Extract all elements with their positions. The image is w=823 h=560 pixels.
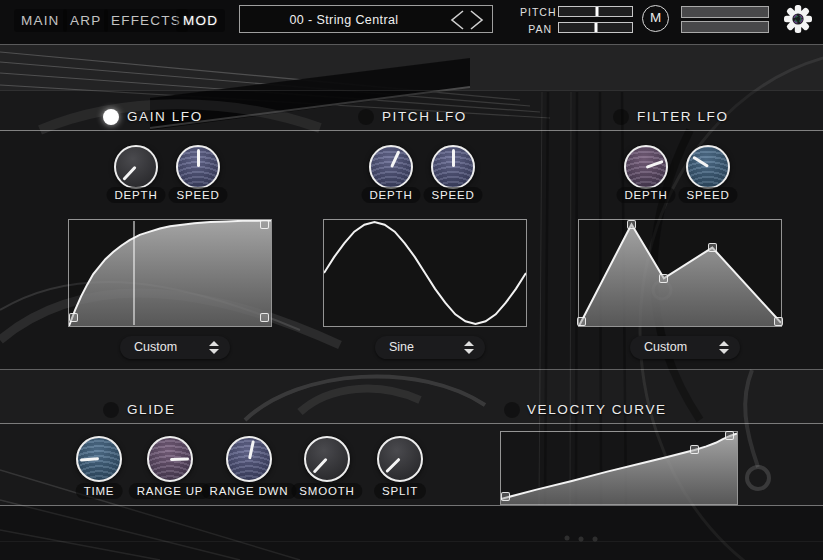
gear-icon[interactable] [782,3,814,35]
filter-lfo-curve-handle-1[interactable] [627,220,636,229]
pitch-lfo-wave-display[interactable] [323,219,527,327]
glide-range-dwn-knob[interactable] [226,436,272,482]
filter-lfo-curve-handle-0[interactable] [577,317,586,326]
velocity-curve-handle-0[interactable] [501,492,510,501]
gain-lfo-label: GAIN LFO [127,107,203,127]
gain-lfo-speed-knob-label: SPEED [169,187,228,203]
filter-lfo-depth-knob-label: DEPTH [617,187,676,203]
m-button[interactable]: M [642,5,669,32]
velocity-label: VELOCITY CURVE [527,400,667,420]
glide-range-up-knob-label: RANGE UP [129,483,211,499]
glide-time-knob-pointer [76,436,122,482]
velocity-curve-handle-1[interactable] [690,445,699,454]
gain-lfo-wave-display[interactable] [68,219,272,327]
pitch-lfo-speed-knob-pointer [433,147,473,187]
velocity-led[interactable] [504,402,520,418]
up-down-arrows-icon[interactable] [464,341,474,354]
gain-lfo-speed-knob-pointer [178,147,218,187]
glide-split-knob[interactable] [377,436,423,482]
pitch-label: PITCH [520,6,552,18]
filter-lfo-curve-handle-3[interactable] [708,243,717,252]
meter-bottom [681,21,769,33]
gain-lfo-curve-handle-2[interactable] [260,313,269,322]
filter-lfo-panel: FILTER LFODEPTHSPEEDCustom [578,90,782,370]
gain-lfo-playhead[interactable] [133,221,135,325]
gain-lfo-shape-dropdown-value: Custom [134,336,177,359]
glide-time-knob[interactable] [76,436,122,482]
gain-lfo-curve-handle-1[interactable] [260,220,269,229]
pitch-lfo-panel: PITCH LFODEPTHSPEEDSine [323,90,527,370]
glide-led[interactable] [103,402,119,418]
filter-lfo-speed-knob[interactable] [686,145,730,189]
filter-lfo-shape-dropdown-value: Custom [644,336,687,359]
tab-main[interactable]: MAIN [14,9,67,32]
glide-smooth-knob-pointer [297,429,356,488]
glide-label: GLIDE [127,400,176,420]
gain-lfo-speed-knob[interactable] [176,145,220,189]
glide-range-up-knob[interactable] [147,436,193,482]
gain-lfo-shape-dropdown[interactable]: Custom [120,336,230,359]
filter-lfo-shape-dropdown[interactable]: Custom [630,336,740,359]
glide-smooth-knob-label: SMOOTH [291,483,362,499]
filter-lfo-depth-knob-pointer [620,141,671,192]
pan-slider-marker[interactable] [595,23,598,32]
pitch-lfo-depth-knob-pointer [364,140,417,193]
gain-lfo-led[interactable] [103,109,119,125]
pitch-slider-marker[interactable] [595,7,598,16]
preset-name: 00 - String Central [240,6,448,34]
filter-lfo-led[interactable] [613,109,629,125]
filter-lfo-label: FILTER LFO [637,107,729,127]
filter-lfo-curve-handle-4[interactable] [774,317,783,326]
gain-lfo-panel: GAIN LFODEPTHSPEEDCustom [68,90,272,370]
glide-split-knob-label: SPLIT [374,483,426,499]
glide-range-dwn-knob-pointer [224,434,274,484]
filter-lfo-depth-knob[interactable] [624,145,668,189]
preset-selector[interactable]: 00 - String Central [239,5,493,33]
glide-split-knob-pointer [370,429,429,488]
velocity-curve-handle-2[interactable] [725,431,734,440]
pitch-lfo-led[interactable] [358,109,374,125]
pitch-lfo-speed-knob-label: SPEED [424,187,483,203]
glide-time-knob-label: TIME [76,483,123,499]
pitch-lfo-depth-knob-label: DEPTH [362,187,421,203]
velocity-curve-section: VELOCITY CURVE [490,369,823,505]
tab-mod[interactable]: MOD [176,9,225,32]
pan-slider[interactable] [558,22,633,33]
pitch-lfo-label: PITCH LFO [382,107,467,127]
pitch-lfo-depth-knob[interactable] [369,145,413,189]
meter-top [681,6,769,18]
filter-lfo-speed-knob-label: SPEED [679,187,738,203]
plugin-window: MAINARPEFFECTSMOD 00 - String Central PI… [0,0,823,560]
bottom-strip [0,505,823,560]
glide-range-up-knob-pointer [148,437,191,480]
filter-lfo-curve-handle-2[interactable] [659,274,668,283]
pitch-lfo-speed-knob[interactable] [431,145,475,189]
glide-smooth-knob[interactable] [304,436,350,482]
tab-arp[interactable]: ARP [63,9,108,32]
topbar: MAINARPEFFECTSMOD 00 - String Central PI… [0,0,823,45]
glide-section: GLIDETIMERANGE UPRANGE DWNSMOOTHSPLIT [0,369,490,505]
pitch-slider[interactable] [558,6,633,17]
gain-lfo-depth-knob[interactable] [114,145,158,189]
pan-label: PAN [520,23,552,35]
up-down-arrows-icon[interactable] [719,341,729,354]
up-down-arrows-icon[interactable] [209,341,219,354]
pitch-lfo-shape-dropdown-value: Sine [389,336,414,359]
glide-range-dwn-knob-label: RANGE DWN [202,483,297,499]
filter-lfo-wave-display[interactable] [578,219,782,327]
pitch-lfo-shape-dropdown[interactable]: Sine [375,336,485,359]
gain-lfo-depth-knob-label: DEPTH [107,187,166,203]
velocity-wave-display[interactable] [500,431,738,505]
gain-lfo-curve-handle-0[interactable] [69,313,78,322]
bottom-hairline [0,541,823,542]
prev-next-chevrons-icon[interactable] [446,8,488,32]
